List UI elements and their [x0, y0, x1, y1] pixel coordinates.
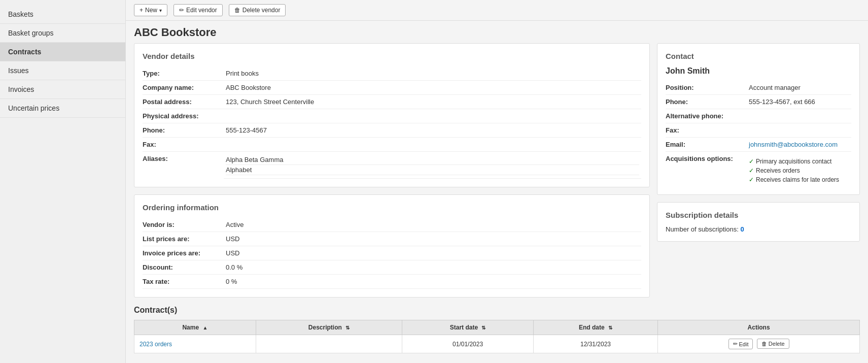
sort-desc-icon-description: ⇅: [345, 325, 350, 331]
contracts-table-head: Name ▲ Description ⇅ Start date ⇅ End da…: [134, 320, 860, 335]
email-label: Email:: [666, 138, 747, 152]
main-content: + New ▾ ✏ Edit vendor 🗑 Delete vendor AB…: [126, 0, 868, 363]
edit-vendor-label: Edit vendor: [186, 7, 217, 14]
vendor-details-grid: Type: Print books Company name: ABC Book…: [143, 67, 641, 179]
contract-name-link[interactable]: 2023 orders: [140, 341, 172, 348]
contact-card: Contact John Smith Position: Account man…: [657, 43, 860, 195]
invoice-prices-label: Invoice prices are:: [143, 246, 224, 260]
col-actions: Actions: [658, 320, 860, 335]
contracts-section-title: Contract(s): [134, 306, 860, 315]
sidebar-item-uncertain-prices[interactable]: Uncertain prices: [0, 99, 125, 118]
position-value: Account manager: [747, 81, 851, 95]
plus-icon: +: [140, 7, 143, 14]
contracts-header-row: Name ▲ Description ⇅ Start date ⇅ End da…: [134, 320, 860, 335]
ordering-info-grid: Vendor is: Active List prices are: USD I…: [143, 218, 641, 289]
discount-label: Discount:: [143, 260, 224, 275]
acq-option-2: ✓ Receives claims for late orders: [749, 176, 849, 183]
contact-phone-value: 555-123-4567, ext 666: [747, 95, 851, 109]
acquisitions-label: Acquisitions options:: [666, 152, 747, 186]
page-title: ABC Bookstore: [126, 21, 868, 43]
new-button[interactable]: + New ▾: [134, 4, 167, 16]
list-prices-value: USD: [224, 232, 641, 246]
list-prices-label: List prices are:: [143, 232, 224, 246]
sidebar-item-issues[interactable]: Issues: [0, 61, 125, 80]
phone-value: 555-123-4567: [224, 123, 641, 138]
check-icon-0: ✓: [749, 158, 754, 165]
company-name-label: Company name:: [143, 81, 224, 95]
delete-icon: 🗑: [761, 341, 767, 347]
right-column: Contact John Smith Position: Account man…: [657, 43, 860, 298]
subscription-details-card: Subscription details Number of subscript…: [657, 202, 860, 242]
col-description[interactable]: Description ⇅: [256, 320, 402, 335]
fax-label: Fax:: [143, 138, 224, 152]
alt-phone-label: Alternative phone:: [666, 109, 747, 123]
col-start-date[interactable]: Start date ⇅: [402, 320, 534, 335]
ordering-info-card: Ordering information Vendor is: Active L…: [134, 194, 650, 298]
tax-rate-value: 0 %: [224, 275, 641, 289]
contract-edit-button[interactable]: ✏ Edit: [728, 339, 753, 349]
edit-icon: ✏: [733, 341, 738, 347]
check-icon-1: ✓: [749, 167, 754, 174]
acq-option-1: ✓ Receives orders: [749, 167, 849, 174]
col-name[interactable]: Name ▲: [134, 320, 256, 335]
type-label: Type:: [143, 67, 224, 81]
table-row: 2023 orders 01/01/2023 12/31/2023 ✏ Edit…: [134, 335, 860, 353]
postal-address-label: Postal address:: [143, 95, 224, 109]
contracts-table: Name ▲ Description ⇅ Start date ⇅ End da…: [134, 320, 860, 353]
edit-vendor-button[interactable]: ✏ Edit vendor: [173, 4, 223, 16]
ordering-info-title: Ordering information: [143, 203, 641, 212]
contract-description-cell: [256, 335, 402, 353]
company-name-value: ABC Bookstore: [224, 81, 641, 95]
contract-start-date-cell: 01/01/2023: [402, 335, 534, 353]
subscription-count-row: Number of subscriptions: 0: [666, 225, 851, 233]
alt-phone-value: [747, 109, 851, 123]
col-end-date[interactable]: End date ⇅: [533, 320, 657, 335]
phone-label: Phone:: [143, 123, 224, 138]
contact-name: John Smith: [666, 67, 851, 76]
contract-name-cell: 2023 orders: [134, 335, 256, 353]
contract-delete-button[interactable]: 🗑 Delete: [757, 339, 789, 349]
vendor-details-card: Vendor details Type: Print books Company…: [134, 43, 650, 187]
postal-address-value: 123, Church Street Centerville: [224, 95, 641, 109]
contact-section-title: Contact: [666, 52, 851, 60]
email-link[interactable]: johnsmith@abcbookstore.com: [749, 141, 838, 148]
sort-desc-icon-end: ⇅: [608, 325, 612, 331]
sidebar-item-invoices[interactable]: Invoices: [0, 80, 125, 99]
aliases-container: Alpha Beta Gamma Alphabet: [224, 152, 641, 179]
sidebar: Baskets Basket groups Contracts Issues I…: [0, 0, 126, 363]
delete-vendor-button[interactable]: 🗑 Delete vendor: [229, 4, 286, 16]
pencil-icon: ✏: [179, 7, 184, 14]
sidebar-item-basket-groups[interactable]: Basket groups: [0, 24, 125, 43]
acquisitions-options-container: ✓ Primary acquisitions contact ✓ Receive…: [747, 152, 851, 186]
contact-grid: Position: Account manager Phone: 555-123…: [666, 81, 851, 186]
left-column: Vendor details Type: Print books Company…: [134, 43, 650, 298]
physical-address-label: Physical address:: [143, 109, 224, 123]
sort-desc-icon-start: ⇅: [481, 325, 485, 331]
acq-option-label-2: Receives claims for late orders: [756, 176, 839, 183]
check-icon-2: ✓: [749, 176, 754, 183]
contact-fax-value: [747, 123, 851, 138]
aliases-label: Aliases:: [143, 152, 224, 179]
toolbar: + New ▾ ✏ Edit vendor 🗑 Delete vendor: [126, 0, 868, 21]
discount-value: 0.0 %: [224, 260, 641, 275]
num-subscriptions-value: 0: [740, 225, 744, 233]
acq-option-0: ✓ Primary acquisitions contact: [749, 158, 849, 165]
email-value: johnsmith@abcbookstore.com: [747, 138, 851, 152]
fax-value: [224, 138, 641, 152]
alias-item-0: Alpha Beta Gamma: [226, 155, 639, 165]
subscription-title: Subscription details: [666, 211, 851, 219]
position-label: Position:: [666, 81, 747, 95]
physical-address-value: [224, 109, 641, 123]
acquisitions-options: ✓ Primary acquisitions contact ✓ Receive…: [749, 158, 849, 183]
sidebar-item-contracts[interactable]: Contracts: [0, 43, 125, 61]
new-button-label: New: [145, 7, 157, 14]
contracts-table-body: 2023 orders 01/01/2023 12/31/2023 ✏ Edit…: [134, 335, 860, 353]
contracts-section: Contract(s) Name ▲ Description ⇅ Start d…: [126, 306, 868, 361]
acq-option-label-0: Primary acquisitions contact: [756, 158, 831, 165]
vendor-is-value: Active: [224, 218, 641, 232]
dropdown-arrow-icon: ▾: [159, 8, 162, 13]
contact-phone-label: Phone:: [666, 95, 747, 109]
sidebar-item-baskets[interactable]: Baskets: [0, 5, 125, 24]
acq-option-label-1: Receives orders: [756, 167, 800, 174]
contact-fax-label: Fax:: [666, 123, 747, 138]
